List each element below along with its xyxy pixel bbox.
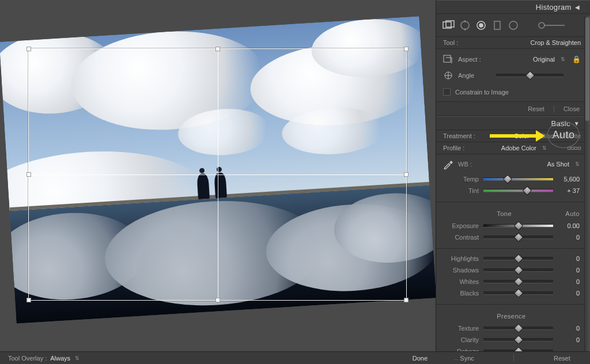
canvas-footer: Tool Overlay : Always ⇅ Done [0, 351, 436, 364]
tool-name: Crop & Straighten [531, 39, 581, 46]
exposure-label: Exposure [443, 222, 479, 229]
clarity-value[interactable]: 0 [558, 336, 580, 343]
done-button[interactable]: Done [413, 355, 428, 362]
tool-overlay-mode[interactable]: Always [50, 355, 70, 362]
crop-handle-tr[interactable] [404, 47, 409, 51]
treatment-bw[interactable]: Black & White [542, 132, 581, 139]
svg-rect-11 [444, 55, 451, 62]
canvas-area [0, 0, 436, 351]
right-panel: Histogram ◀ Tool : Crop & Straighten [436, 0, 590, 364]
lock-icon[interactable]: 🔒 [572, 55, 581, 63]
angle-label: Angle [458, 72, 490, 79]
clarity-slider[interactable] [483, 338, 553, 342]
contrast-value[interactable]: 0 [558, 234, 580, 241]
radial-filter-icon[interactable] [505, 19, 521, 32]
tone-auto-button[interactable]: Auto [565, 210, 580, 217]
svg-point-9 [539, 22, 544, 28]
shadows-slider[interactable] [483, 268, 553, 272]
treatment-color[interactable]: Color [514, 132, 529, 139]
crop-tool-body: Aspect : Original ⇅ 🔒 Angle Constrain to… [436, 49, 590, 102]
texture-value[interactable]: 0 [558, 325, 580, 332]
redeye-tool-icon[interactable] [473, 19, 489, 32]
angle-slider[interactable] [496, 74, 563, 77]
reset-button[interactable]: Reset [554, 355, 570, 362]
texture-slider[interactable] [483, 327, 553, 330]
spot-tool-icon[interactable] [457, 19, 473, 32]
temp-value[interactable]: 5,600 [558, 176, 580, 183]
aspect-label: Aspect : [458, 56, 490, 63]
wb-popup-icon[interactable]: ⇅ [575, 161, 580, 167]
svg-point-2 [461, 21, 469, 29]
tool-overlay-label: Tool Overlay : [8, 355, 47, 362]
tint-slider[interactable] [483, 189, 553, 192]
temp-slider[interactable] [483, 177, 553, 181]
constrain-label: Constrain to Image [455, 89, 509, 96]
highlights-label: Highlights [443, 255, 479, 262]
right-panel-scrollbar[interactable] [584, 16, 590, 364]
crop-tool-footer: Reset Close [436, 102, 590, 116]
graduated-filter-icon[interactable] [489, 19, 505, 32]
crop-tool-header: Tool : Crop & Straighten [436, 37, 590, 49]
blacks-slider[interactable] [483, 291, 553, 295]
profile-row: Profile : Adobe Color ⇅ [436, 142, 590, 154]
tint-label: Tint [443, 187, 479, 194]
aspect-popup-icon[interactable]: ⇅ [561, 56, 565, 62]
profile-value[interactable]: Adobe Color [501, 145, 536, 151]
brush-tool-icon[interactable] [521, 19, 582, 32]
wb-value[interactable]: As Shot [547, 161, 569, 168]
histogram-title: Histogram [536, 3, 572, 12]
tool-overlay-popup-icon[interactable]: ⇅ [75, 355, 80, 361]
crop-handle-t[interactable] [215, 47, 220, 51]
svg-rect-7 [494, 21, 500, 29]
expand-icon: ▼ [574, 120, 580, 127]
treatment-row: Treatment : Color | Black & White [436, 130, 590, 142]
presence-subhead: Presence [497, 313, 525, 320]
whites-slider[interactable] [483, 280, 553, 283]
aspect-icon[interactable] [443, 55, 453, 64]
basic-panel-header[interactable]: Basic ▼ [436, 116, 590, 130]
profile-label: Profile : [443, 145, 464, 151]
crop-close-button[interactable]: Close [563, 105, 580, 112]
highlights-slider[interactable] [483, 257, 553, 260]
constrain-checkbox[interactable] [443, 88, 451, 96]
aspect-value[interactable]: Original [533, 56, 555, 63]
highlights-value[interactable]: 0 [558, 255, 580, 262]
exposure-value[interactable]: 0.00 [558, 222, 580, 229]
crop-reset-button[interactable]: Reset [528, 105, 544, 112]
svg-point-6 [479, 24, 483, 27]
histogram-panel-header[interactable]: Histogram ◀ [436, 0, 590, 14]
crop-handle-br[interactable] [404, 298, 409, 302]
contrast-slider[interactable] [483, 236, 553, 239]
crop-handle-b[interactable] [215, 298, 220, 302]
crop-overlay[interactable] [28, 48, 407, 301]
temp-label: Temp [443, 176, 479, 183]
wb-block: WB : As Shot ⇅ Temp 5,600 Tint + 37 [436, 154, 590, 202]
tool-strip [436, 14, 590, 37]
wb-dropper-icon[interactable] [443, 159, 453, 169]
profile-popup-icon[interactable]: ⇅ [542, 145, 547, 151]
shadows-label: Shadows [443, 267, 479, 274]
crop-handle-bl[interactable] [27, 298, 31, 302]
sync-button[interactable]: Sync [455, 355, 474, 362]
clarity-label: Clarity [443, 336, 479, 343]
crop-tool-icon[interactable] [441, 19, 457, 32]
wb-label: WB : [458, 161, 481, 168]
hsw-block: Highlights 0 Shadows 0 Whites 0 Blacks 0 [436, 249, 590, 305]
contrast-label: Contrast [443, 234, 479, 241]
crop-handle-l[interactable] [27, 172, 31, 177]
crop-handle-tl[interactable] [27, 47, 31, 51]
angle-tool-icon[interactable] [443, 71, 453, 80]
blacks-value[interactable]: 0 [558, 290, 580, 297]
whites-value[interactable]: 0 [558, 278, 580, 285]
tint-value[interactable]: + 37 [558, 187, 580, 194]
crop-handle-r[interactable] [404, 172, 409, 177]
profile-browser-icon[interactable] [568, 147, 581, 150]
right-panel-footer: Sync Reset [436, 351, 590, 364]
collapse-icon: ◀ [575, 4, 580, 10]
shadows-value[interactable]: 0 [558, 267, 580, 274]
tone-subhead: Tone [497, 210, 512, 217]
exposure-slider[interactable] [483, 224, 553, 227]
whites-label: Whites [443, 278, 479, 285]
crop-guide-horizontal [29, 175, 406, 175]
blacks-label: Blacks [443, 290, 479, 297]
